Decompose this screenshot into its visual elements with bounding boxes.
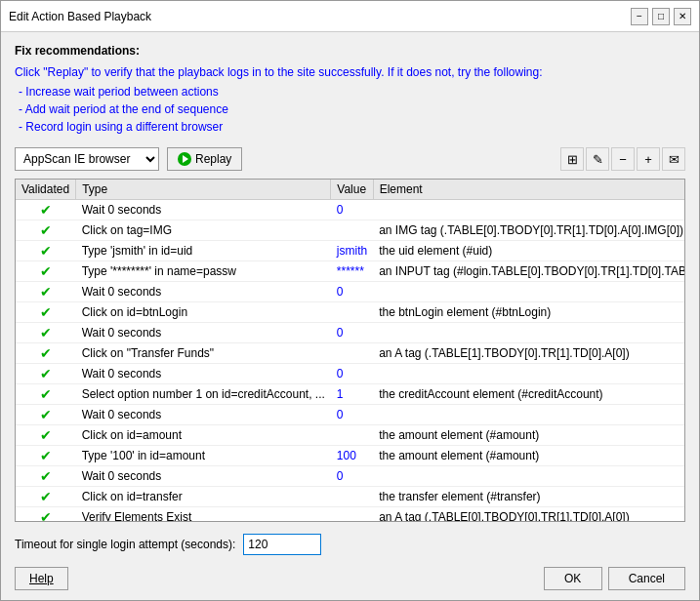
grid-icon-button[interactable]: ⊞ [560, 147, 584, 171]
title-bar-controls: − □ ✕ [631, 8, 691, 25]
close-button[interactable]: ✕ [674, 8, 691, 25]
help-button[interactable]: Help [15, 567, 68, 590]
cell-validated: ✔ [16, 446, 76, 466]
cell-type: Wait 0 seconds [76, 323, 331, 343]
cell-element: the btnLogin element (#btnLogin) [373, 302, 685, 323]
cell-validated: ✔ [16, 323, 76, 343]
browser-select[interactable]: AppScan IE browser AppScan Firefox brows… [15, 147, 159, 171]
cell-value: jsmith [331, 241, 373, 261]
title-bar: Edit Action Based Playback − □ ✕ [1, 1, 699, 32]
maximize-button[interactable]: □ [652, 8, 670, 25]
cell-validated: ✔ [16, 200, 76, 220]
table-row[interactable]: ✔Type '********' in name=passw******an I… [16, 261, 685, 282]
cell-type: Wait 0 seconds [76, 282, 331, 302]
table-row[interactable]: ✔Select option number 1 on id=creditAcco… [16, 384, 685, 405]
window-title: Edit Action Based Playback [9, 10, 151, 23]
cell-value: ****** [331, 261, 373, 282]
replay-icon [178, 152, 191, 166]
cell-value: 0 [331, 200, 373, 220]
cell-value [331, 425, 373, 446]
ok-button[interactable]: OK [544, 567, 602, 590]
table-row[interactable]: ✔Click on tag=IMGan IMG tag (.TABLE[0].T… [16, 220, 685, 241]
header-element: Element [373, 180, 685, 200]
minus-icon: − [619, 152, 627, 167]
cancel-button[interactable]: Cancel [608, 567, 685, 590]
edit-icon-button[interactable]: ✎ [586, 147, 609, 171]
cell-value: 0 [331, 405, 373, 425]
timeout-input[interactable] [243, 534, 321, 555]
minimize-button[interactable]: − [631, 8, 648, 25]
table-row[interactable]: ✔Wait 0 seconds0 [16, 405, 685, 425]
table-header-row: Validated Type Value Element [16, 180, 685, 200]
fix-bullet-3: Record login using a different browser [19, 118, 685, 136]
table-row[interactable]: ✔Wait 0 seconds0 [16, 323, 685, 343]
mail-icon-button[interactable]: ✉ [662, 147, 685, 171]
cell-validated: ✔ [16, 302, 76, 323]
cell-type: Wait 0 seconds [76, 466, 331, 487]
cell-validated: ✔ [16, 425, 76, 446]
fix-bullet-2: Add wait period at the end of sequence [19, 100, 685, 118]
cell-validated: ✔ [16, 343, 76, 364]
cell-type: Wait 0 seconds [76, 364, 331, 384]
replay-button[interactable]: Replay [167, 147, 242, 171]
cell-type: Type 'jsmith' in id=uid [76, 241, 331, 261]
table-row[interactable]: ✔Type '100' in id=amount100the amount el… [16, 446, 685, 466]
cell-element: the transfer element (#transfer) [373, 487, 685, 507]
table-row[interactable]: ✔Verify Elements Existan A tag (.TABLE[0… [16, 507, 685, 523]
cell-element [373, 200, 685, 220]
cell-element: an A tag (.TABLE[0].TBODY[0].TR[1].TD[0]… [373, 507, 685, 523]
cell-type: Select option number 1 on id=creditAccou… [76, 384, 331, 405]
cell-element: the creditAccount element (#creditAccoun… [373, 384, 685, 405]
cell-value: 0 [331, 323, 373, 343]
toolbar-right: ⊞ ✎ − + ✉ [560, 147, 685, 171]
cell-element [373, 282, 685, 302]
fix-main-text: Click "Replay" to verify that the playba… [15, 63, 685, 81]
table-container[interactable]: Validated Type Value Element ✔Wait 0 sec… [15, 179, 685, 522]
table-row[interactable]: ✔Wait 0 seconds0 [16, 200, 685, 220]
table-row[interactable]: ✔Wait 0 seconds0 [16, 364, 685, 384]
cell-value [331, 507, 373, 523]
cell-value [331, 220, 373, 241]
toolbar-left: AppScan IE browser AppScan Firefox brows… [15, 147, 242, 171]
cell-validated: ✔ [16, 282, 76, 302]
cell-element: the amount element (#amount) [373, 446, 685, 466]
cell-type: Wait 0 seconds [76, 200, 331, 220]
cell-validated: ✔ [16, 466, 76, 487]
footer-buttons: OK Cancel [544, 567, 685, 590]
table-row[interactable]: ✔Click on "Transfer Funds"an A tag (.TAB… [16, 343, 685, 364]
cell-value: 0 [331, 466, 373, 487]
timeout-label: Timeout for single login attempt (second… [15, 538, 235, 551]
table-row[interactable]: ✔Click on id=amountthe amount element (#… [16, 425, 685, 446]
header-type: Type [76, 180, 331, 200]
table-row[interactable]: ✔Click on id=btnLoginthe btnLogin elemen… [16, 302, 685, 323]
header-value: Value [331, 180, 373, 200]
replay-label: Replay [195, 152, 231, 166]
cell-value [331, 343, 373, 364]
table-body: ✔Wait 0 seconds0✔Click on tag=IMGan IMG … [16, 200, 685, 523]
table-row[interactable]: ✔Click on id=transferthe transfer elemen… [16, 487, 685, 507]
cell-validated: ✔ [16, 384, 76, 405]
cell-element: the uid element (#uid) [373, 241, 685, 261]
cell-value: 0 [331, 282, 373, 302]
cell-value [331, 302, 373, 323]
table-row[interactable]: ✔Wait 0 seconds0 [16, 466, 685, 487]
table-row[interactable]: ✔Type 'jsmith' in id=uidjsmiththe uid el… [16, 241, 685, 261]
cell-validated: ✔ [16, 241, 76, 261]
cell-value: 100 [331, 446, 373, 466]
cell-element [373, 364, 685, 384]
plus-icon: + [644, 152, 652, 167]
table-row[interactable]: ✔Wait 0 seconds0 [16, 282, 685, 302]
cell-type: Wait 0 seconds [76, 405, 331, 425]
cell-element: an A tag (.TABLE[1].TBODY[0].TR[1].TD[0]… [373, 343, 685, 364]
cell-type: Click on tag=IMG [76, 220, 331, 241]
cell-element: an IMG tag (.TABLE[0].TBODY[0].TR[1].TD[… [373, 220, 685, 241]
cell-type: Verify Elements Exist [76, 507, 331, 523]
footer-row: Help OK Cancel [15, 567, 685, 590]
plus-icon-button[interactable]: + [637, 147, 660, 171]
cell-value: 1 [331, 384, 373, 405]
cell-validated: ✔ [16, 364, 76, 384]
minus-icon-button[interactable]: − [611, 147, 635, 171]
cell-element [373, 466, 685, 487]
main-window: Edit Action Based Playback − □ ✕ Fix rec… [0, 0, 700, 601]
cell-element: the amount element (#amount) [373, 425, 685, 446]
